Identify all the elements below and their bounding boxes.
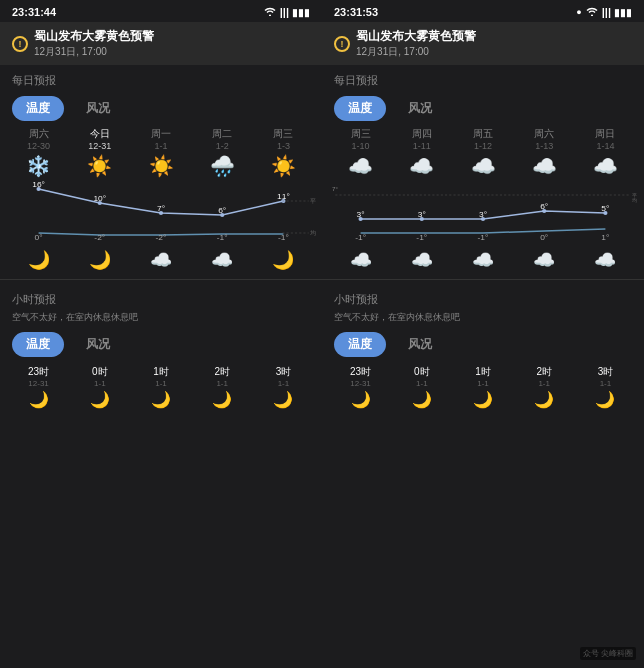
svg-text:-1°: -1° — [478, 233, 489, 242]
p2-hour-time-3: 2时 — [536, 365, 552, 379]
hour-col-1: 0时 1-1 🌙 — [69, 365, 130, 411]
day-date-2: 1-1 — [155, 141, 168, 151]
status-bar-2: 23:31:53 ● ||| ▮▮▮ — [322, 0, 644, 22]
day-name-2: 周一 — [151, 127, 171, 141]
p2-day-name-0: 周三 — [351, 127, 371, 141]
svg-text:6°: 6° — [218, 206, 226, 215]
days-row-1: 周六 12-30 ❄️ 今日 12-31 ☀️ 周一 1-1 ☀️ 周二 1-2… — [0, 127, 322, 181]
tab-wind-2[interactable]: 风况 — [394, 96, 446, 121]
p2-hour-col-2: 1时 1-1 🌙 — [452, 365, 513, 411]
day-date-0: 12-30 — [27, 141, 50, 151]
p2-hour-date-4: 1-1 — [600, 379, 612, 388]
battery-icon-1: ▮▮▮ — [292, 7, 310, 18]
p2-day-icon-0: ☁️ — [348, 154, 373, 178]
day-name-0: 周六 — [29, 127, 49, 141]
hourly-label-2: 小时预报 — [322, 284, 644, 311]
signal-icon-1: ||| — [280, 6, 289, 18]
divider-2 — [322, 279, 644, 280]
hourly-tab-row-1: 温度 风况 — [0, 328, 322, 363]
p2-hour-date-0: 12-31 — [350, 379, 370, 388]
p2-day-name-1: 周四 — [412, 127, 432, 141]
hourly-tab-wind-2[interactable]: 风况 — [394, 332, 446, 357]
hour-icon-2: 🌙 — [151, 390, 171, 409]
alert-icon-1: ! — [12, 36, 28, 52]
tab-temp-1[interactable]: 温度 — [12, 96, 64, 121]
svg-text:3°: 3° — [357, 210, 365, 219]
day-icon-0: ❄️ — [26, 154, 51, 178]
night-3: ☁️ — [192, 249, 253, 271]
svg-text:0°: 0° — [35, 233, 43, 242]
hourly-subtitle-2: 空气不太好，在室内休息休息吧 — [322, 311, 644, 328]
p2-day-date-2: 1-12 — [474, 141, 492, 151]
p2-hour-col-3: 2时 1-1 🌙 — [514, 365, 575, 411]
svg-text:-1°: -1° — [416, 233, 427, 242]
hour-icon-3: 🌙 — [212, 390, 232, 409]
hour-date-3: 1-1 — [216, 379, 228, 388]
p2-day-icon-3: ☁️ — [532, 154, 557, 178]
p2-day-name-4: 周日 — [595, 127, 615, 141]
p2-hour-date-1: 1-1 — [416, 379, 428, 388]
p2-night-2: ☁️ — [452, 249, 513, 271]
time-1: 23:31:44 — [12, 6, 56, 18]
alert-text-2: 蜀山发布大雾黄色预警 12月31日, 17:00 — [356, 28, 476, 59]
day-icon-1: ☀️ — [87, 154, 112, 178]
p2-night-0: ☁️ — [330, 249, 391, 271]
alert-bar-2: ! 蜀山发布大雾黄色预警 12月31日, 17:00 — [322, 22, 644, 65]
svg-text:7°: 7° — [157, 204, 165, 213]
hour-icon-1: 🌙 — [90, 390, 110, 409]
svg-text:10°: 10° — [93, 194, 106, 203]
day-name-4: 周三 — [273, 127, 293, 141]
hourly-label-1: 小时预报 — [0, 284, 322, 311]
p2-hour-icon-1: 🌙 — [412, 390, 432, 409]
day-col-1: 今日 12-31 ☀️ — [69, 127, 130, 181]
day-col-3: 周二 1-2 🌧️ — [192, 127, 253, 181]
hour-icon-4: 🌙 — [273, 390, 293, 409]
p2-hour-icon-2: 🌙 — [473, 390, 493, 409]
tab-row-1: 温度 风况 — [0, 92, 322, 127]
svg-text:7°: 7° — [332, 185, 339, 192]
daily-label-1: 每日预报 — [0, 65, 322, 92]
hourly-tab-temp-2[interactable]: 温度 — [334, 332, 386, 357]
p2-night-1: ☁️ — [391, 249, 452, 271]
time-2: 23:31:53 — [334, 6, 378, 18]
p2-day-icon-1: ☁️ — [409, 154, 434, 178]
wifi-icon-1 — [263, 6, 277, 18]
hour-date-2: 1-1 — [155, 379, 167, 388]
svg-text:-2°: -2° — [156, 233, 167, 242]
svg-text:平: 平 — [310, 197, 316, 204]
night-row-2: ☁️ ☁️ ☁️ ☁️ ☁️ — [322, 245, 644, 275]
p2-day-col-0: 周三 1-10 ☁️ — [330, 127, 391, 181]
day-date-4: 1-3 — [277, 141, 290, 151]
hour-time-1: 0时 — [92, 365, 108, 379]
hour-col-4: 3时 1-1 🌙 — [253, 365, 314, 411]
night-4: 🌙 — [253, 249, 314, 271]
status-bar-1: 23:31:44 ||| ▮▮▮ — [0, 0, 322, 22]
svg-text:-2°: -2° — [94, 233, 105, 242]
hourly-tab-temp-1[interactable]: 温度 — [12, 332, 64, 357]
svg-text:6°: 6° — [540, 202, 548, 211]
tab-temp-2[interactable]: 温度 — [334, 96, 386, 121]
p2-hour-time-1: 0时 — [414, 365, 430, 379]
alert-bar-1: ! 蜀山发布大雾黄色预警 12月31日, 17:00 — [0, 22, 322, 65]
wifi-icon-2 — [585, 6, 599, 18]
hour-date-0: 12-31 — [28, 379, 48, 388]
day-name-3: 周二 — [212, 127, 232, 141]
hour-col-3: 2时 1-1 🌙 — [192, 365, 253, 411]
day-icon-3: 🌧️ — [210, 154, 235, 178]
p2-day-date-4: 1-14 — [596, 141, 614, 151]
hour-icon-0: 🌙 — [29, 390, 49, 409]
hours-row-2: 23时 12-31 🌙 0时 1-1 🌙 1时 1-1 🌙 2时 1-1 🌙 3… — [322, 363, 644, 413]
day-col-4: 周三 1-3 ☀️ — [253, 127, 314, 181]
tab-row-2: 温度 风况 — [322, 92, 644, 127]
temp-chart-2: 3° 3° 3° 6° 5° -1° -1° -1° 0° 1° 平 均 7° — [322, 181, 644, 245]
night-2: ☁️ — [130, 249, 191, 271]
svg-text:3°: 3° — [479, 210, 487, 219]
tab-wind-1[interactable]: 风况 — [72, 96, 124, 121]
p2-hour-date-3: 1-1 — [538, 379, 550, 388]
p2-hour-icon-0: 🌙 — [351, 390, 371, 409]
hourly-tab-wind-1[interactable]: 风况 — [72, 332, 124, 357]
hour-time-3: 2时 — [214, 365, 230, 379]
day-col-2: 周一 1-1 ☀️ — [130, 127, 191, 181]
p2-hour-time-0: 23时 — [350, 365, 371, 379]
svg-text:0°: 0° — [540, 233, 548, 242]
